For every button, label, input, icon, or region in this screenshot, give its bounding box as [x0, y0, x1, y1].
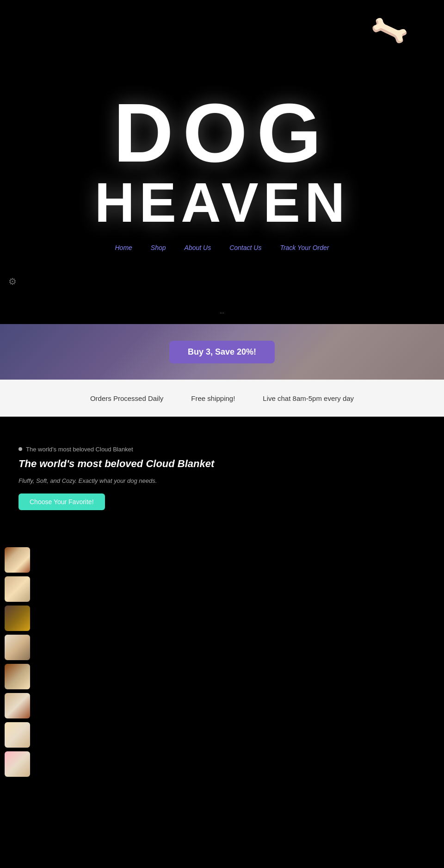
nav-about[interactable]: About Us	[185, 244, 211, 251]
product-badge: The world's most beloved Cloud Blanket	[18, 446, 133, 453]
list-item[interactable]	[5, 635, 30, 660]
hero-heaven-text: HEAVEN	[94, 175, 349, 230]
thumbnail-image-2	[5, 576, 30, 602]
product-info: The world's most beloved Cloud Blanket T…	[18, 444, 426, 510]
thumbnail-image-5	[5, 664, 30, 689]
nav-home[interactable]: Home	[115, 244, 132, 251]
bone-icon: 🦴	[368, 9, 412, 51]
thumbnail-image-4	[5, 635, 30, 660]
list-item[interactable]	[5, 722, 30, 748]
info-shipping: Free shipping!	[191, 394, 235, 402]
nav-shop[interactable]: Shop	[151, 244, 166, 251]
cart-icon[interactable]: ⚙	[8, 276, 17, 287]
promo-button[interactable]: Buy 3, Save 20%!	[169, 341, 275, 363]
thumbnails-section	[0, 538, 444, 795]
list-item[interactable]	[5, 751, 30, 777]
thumbnail-image-7	[5, 722, 30, 748]
list-item[interactable]	[5, 606, 30, 631]
badge-text: The world's most beloved Cloud Blanket	[26, 446, 133, 453]
product-title: The world's most beloved Cloud Blanket	[18, 457, 426, 471]
choose-favorite-button[interactable]: Choose Your Favorite!	[18, 493, 105, 510]
thumbnail-image-3	[5, 606, 30, 631]
info-bar: Orders Processed Daily Free shipping! Li…	[0, 380, 444, 417]
nav-track-order[interactable]: Track Your Order	[280, 244, 329, 251]
hero-logo: 🦴 DOG HEAVEN	[94, 91, 349, 230]
list-item[interactable]	[5, 576, 30, 602]
slideshow-dots: ...	[220, 308, 224, 315]
hero-section: 🦴 DOG HEAVEN Home Shop About Us Contact …	[0, 0, 444, 324]
list-item[interactable]	[5, 693, 30, 718]
nav-contact[interactable]: Contact Us	[229, 244, 261, 251]
info-chat: Live chat 8am-5pm every day	[263, 394, 354, 402]
thumbnail-image-6	[5, 693, 30, 718]
promo-banner: Buy 3, Save 20%!	[0, 324, 444, 380]
thumbnail-image-1	[5, 547, 30, 573]
product-section: The world's most beloved Cloud Blanket T…	[0, 417, 444, 538]
info-orders: Orders Processed Daily	[90, 394, 163, 402]
main-nav: Home Shop About Us Contact Us Track Your…	[115, 244, 329, 251]
badge-dot	[18, 447, 22, 451]
thumbnail-image-8	[5, 751, 30, 777]
list-item[interactable]	[5, 664, 30, 689]
list-item[interactable]	[5, 547, 30, 573]
product-subtitle: Fluffy, Soft, and Cozy. Exactly what you…	[18, 477, 426, 484]
hero-dog-text: DOG	[94, 91, 349, 175]
